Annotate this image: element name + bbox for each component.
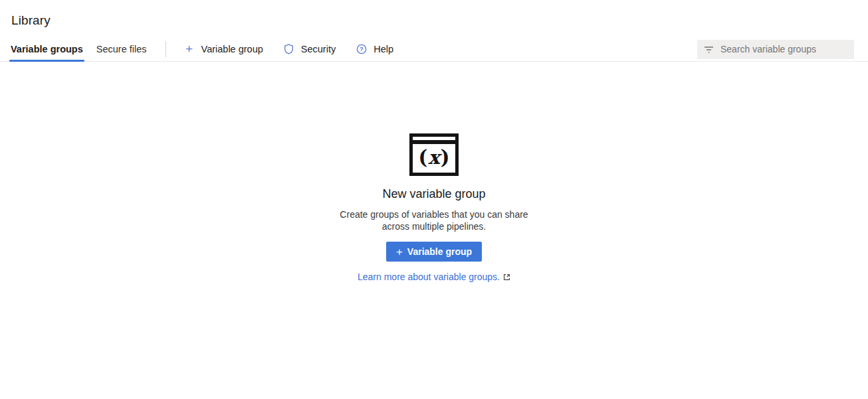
variable-x: x: [428, 148, 439, 167]
learn-more-link[interactable]: Learn more about variable groups.: [358, 272, 500, 282]
security-toolbar-button[interactable]: Security: [276, 37, 344, 61]
new-variable-group-toolbar-button[interactable]: + Variable group: [176, 37, 271, 61]
tab-bar: Variable groups Secure files + Variable …: [0, 37, 868, 62]
page-header: Library: [0, 0, 868, 37]
new-variable-group-toolbar-label: Variable group: [201, 44, 263, 54]
variable-group-icon: ( x ): [409, 133, 459, 176]
tab-secure-files-label: Secure files: [96, 44, 147, 54]
help-icon: ?: [356, 44, 367, 54]
external-link-icon: [503, 274, 510, 281]
tab-secure-files[interactable]: Secure files: [96, 37, 147, 61]
tab-variable-groups[interactable]: Variable groups: [11, 37, 83, 61]
filter-icon: [704, 44, 714, 54]
help-toolbar-button[interactable]: ? Help: [348, 37, 401, 61]
empty-state: ( x ) New variable group Create groups o…: [0, 62, 868, 282]
shield-icon: [284, 44, 294, 54]
empty-state-title: New variable group: [0, 187, 868, 201]
learn-more-row: Learn more about variable groups.: [0, 272, 868, 282]
toolbar-divider: [165, 41, 166, 57]
variable-group-button[interactable]: + Variable group: [386, 242, 482, 262]
page-title: Library: [11, 13, 857, 28]
variable-group-button-label: Variable group: [407, 246, 472, 257]
search-input[interactable]: [720, 44, 843, 54]
variable-group-icon-glyph: ( x ): [413, 144, 455, 173]
tab-variable-groups-label: Variable groups: [11, 44, 83, 54]
search-box[interactable]: [697, 40, 854, 59]
empty-state-description-line2: across multiple pipelines.: [0, 221, 868, 233]
paren-open: (: [419, 148, 428, 167]
paren-close: ): [441, 148, 450, 167]
svg-text:?: ?: [360, 45, 364, 52]
security-toolbar-label: Security: [301, 44, 336, 54]
plus-icon: +: [184, 44, 195, 54]
empty-state-description: Create groups of variables that you can …: [0, 209, 868, 232]
help-toolbar-label: Help: [374, 44, 393, 54]
empty-state-description-line1: Create groups of variables that you can …: [0, 209, 868, 221]
plus-icon: +: [396, 246, 403, 258]
